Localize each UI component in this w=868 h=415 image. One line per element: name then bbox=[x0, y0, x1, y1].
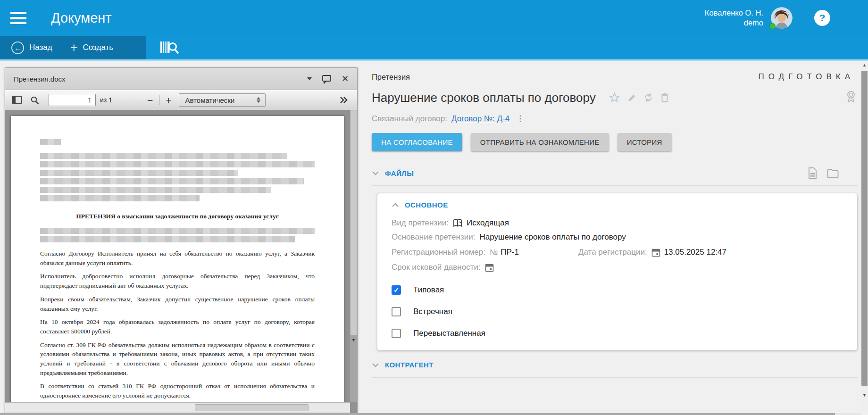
doc-paragraph: На 10 октября 2024 года образовалась зад… bbox=[40, 317, 315, 336]
checkbox-tipovaya[interactable]: ✓ bbox=[392, 285, 401, 295]
checkbox-perevystavlennaya[interactable] bbox=[392, 329, 401, 338]
screen: Документ Коваленко О. Н. demo ? bbox=[0, 0, 868, 415]
create-button[interactable]: + Создать bbox=[70, 42, 113, 54]
checkbox-row: ✓ Типовая bbox=[392, 285, 843, 295]
checkbox-label: Перевыставленная bbox=[413, 329, 485, 338]
folder-icon[interactable] bbox=[826, 167, 839, 179]
checkbox-label: Типовая bbox=[413, 285, 444, 295]
app-header: Документ Коваленко О. Н. demo ? bbox=[0, 0, 868, 36]
chevron-down-icon bbox=[372, 171, 379, 175]
kind-label: Вид претензии: bbox=[392, 218, 449, 228]
document-page: ПРЕТЕНЗИЯ о взыскании задолженности по д… bbox=[11, 116, 344, 413]
close-icon[interactable]: ✕ bbox=[342, 75, 349, 83]
kind-value: Исходящая bbox=[467, 218, 509, 228]
viewer-content: ПРЕТЕНЗИЯ о взыскании задолженности по д… bbox=[5, 110, 357, 413]
document-type-label: Претензия bbox=[372, 73, 410, 82]
checkbox-row: Перевыставленная bbox=[392, 329, 843, 338]
main-area: Претензия.docx ✕ bbox=[0, 61, 868, 415]
basis-label: Основание претензии: bbox=[392, 232, 475, 242]
more-tools-button[interactable] bbox=[338, 95, 349, 105]
help-button[interactable]: ? bbox=[814, 10, 830, 26]
viewer-horizontal-scrollbar[interactable] bbox=[5, 402, 350, 413]
doc-paragraph: Согласно Договору Исполнитель принял на … bbox=[40, 249, 315, 267]
barcode-search-button[interactable] bbox=[156, 36, 183, 59]
redacted-block bbox=[40, 195, 200, 201]
star-icon[interactable] bbox=[608, 91, 621, 104]
numero-icon: № bbox=[490, 248, 498, 257]
kebab-menu-icon[interactable]: ⋮ bbox=[516, 114, 524, 124]
chevron-down-icon bbox=[372, 363, 379, 367]
zoom-in-button[interactable]: + bbox=[166, 95, 171, 105]
sidebar-toggle-icon[interactable] bbox=[12, 95, 22, 105]
regdate-value: 13.05.2025 12:47 bbox=[664, 248, 726, 257]
files-section-header[interactable]: ФАЙЛЫ bbox=[372, 167, 861, 179]
related-contract-link[interactable]: Договор №: Д-4 bbox=[451, 114, 509, 124]
back-arrow-icon: ← bbox=[11, 42, 24, 54]
page-title: Документ bbox=[51, 10, 112, 26]
checkbox-vstrechnaya[interactable] bbox=[392, 307, 401, 316]
status-badge: ПОДГОТОВКА bbox=[759, 72, 854, 82]
calendar-icon[interactable] bbox=[485, 263, 494, 272]
refresh-icon[interactable] bbox=[643, 92, 654, 103]
viewer-filename: Претензия.docx bbox=[14, 75, 66, 83]
collapse-caret-icon[interactable] bbox=[307, 77, 312, 80]
doc-paragraph: Исполнитель добросовестно исполнил догов… bbox=[40, 272, 315, 290]
zoom-mode-value: Автоматически bbox=[185, 96, 234, 104]
doc-paragraph: Согласно ст. 309 ГК РФ обязательства дол… bbox=[40, 340, 315, 378]
plus-icon: + bbox=[70, 42, 78, 54]
regnum-label: Регистрационный номер: bbox=[392, 248, 485, 257]
checkbox-label: Встречная bbox=[413, 307, 452, 316]
user-name[interactable]: Коваленко О. Н. demo bbox=[705, 8, 763, 27]
chevron-up-icon bbox=[392, 203, 399, 208]
delete-trash-icon[interactable] bbox=[660, 92, 669, 103]
contragent-section-label: КОНТРАГЕНТ bbox=[385, 361, 434, 369]
header-right: Коваленко О. Н. demo ? bbox=[705, 7, 858, 29]
divider bbox=[372, 377, 858, 378]
checkbox-row: Встречная bbox=[392, 307, 843, 316]
seal-award-icon[interactable] bbox=[845, 90, 857, 103]
contragent-section-header[interactable]: КОНТРАГЕНТ bbox=[372, 361, 861, 369]
scroll-up-icon[interactable]: ▲ bbox=[861, 61, 868, 69]
scrollbar-thumb[interactable] bbox=[861, 71, 868, 386]
zoom-mode-select[interactable]: Автоматически bbox=[179, 93, 266, 107]
scrollbar-thumb[interactable] bbox=[195, 404, 309, 411]
barcode-search-icon bbox=[159, 41, 179, 55]
file-preview-icon[interactable] bbox=[807, 167, 818, 179]
page-vertical-scrollbar[interactable]: ▲ ▼ bbox=[861, 61, 868, 413]
doc-paragraph: Вопреки своим обязательствам, Заказчик д… bbox=[40, 295, 315, 313]
select-spinner-icon bbox=[257, 97, 260, 103]
divider bbox=[372, 185, 858, 186]
regnum-value: ПР-1 bbox=[501, 248, 519, 257]
zoom-out-button[interactable]: − bbox=[147, 95, 153, 105]
redacted-block bbox=[40, 236, 295, 242]
search-icon[interactable] bbox=[30, 96, 39, 105]
calendar-icon[interactable] bbox=[651, 248, 660, 257]
scroll-down-icon[interactable]: ▼ bbox=[861, 391, 868, 399]
scrollbar-thumb[interactable] bbox=[351, 110, 357, 335]
page-horizontal-scrollbar[interactable] bbox=[0, 413, 861, 415]
redacted-block bbox=[40, 228, 315, 234]
comment-icon[interactable] bbox=[322, 74, 332, 84]
action-toolbar: ← Назад + Создать bbox=[0, 36, 868, 61]
viewer-vertical-scrollbar[interactable]: ▼ bbox=[350, 110, 357, 402]
back-button[interactable]: ← Назад bbox=[11, 42, 52, 54]
main-section-header[interactable]: ОСНОВНОЕ bbox=[392, 201, 843, 209]
redacted-block bbox=[40, 170, 238, 176]
viewer-titlebar: Претензия.docx ✕ bbox=[5, 68, 357, 90]
send-for-approval-button[interactable]: НА СОГЛАСОВАНИЕ bbox=[372, 133, 462, 151]
scrollbar-thumb[interactable] bbox=[0, 413, 835, 415]
doc-title: ПРЕТЕНЗИЯ о взыскании задолженности по д… bbox=[40, 213, 315, 220]
avatar[interactable] bbox=[771, 7, 793, 29]
hamburger-menu-icon[interactable] bbox=[10, 12, 26, 24]
related-contract-label: Связанный договор: bbox=[372, 114, 447, 124]
online-status-dot bbox=[769, 23, 776, 29]
send-for-acquaintance-button[interactable]: ОТПРАВИТЬ НА ОЗНАКОМЛЕНИЕ bbox=[471, 133, 609, 151]
outgoing-book-icon bbox=[453, 219, 463, 227]
page-number-input[interactable] bbox=[49, 94, 96, 106]
edit-pencil-icon[interactable] bbox=[627, 93, 637, 103]
redacted-block bbox=[40, 187, 271, 193]
history-button[interactable]: ИСТОРИЯ bbox=[618, 133, 672, 151]
redacted-block bbox=[40, 153, 287, 159]
scroll-down-icon[interactable]: ▼ bbox=[350, 338, 357, 342]
limitation-label: Срок исковой давности: bbox=[392, 263, 481, 272]
